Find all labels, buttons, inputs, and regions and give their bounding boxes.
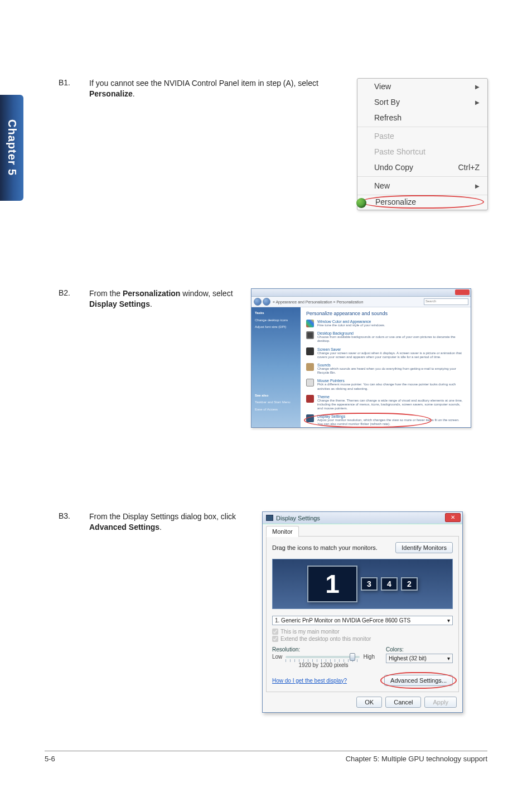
- sidebar-link-taskbar[interactable]: Taskbar and Start Menu: [255, 400, 297, 405]
- step-b2-text: From the Personalization window, select …: [89, 288, 240, 428]
- pers-item-desc: Change which sounds are heard when you d…: [317, 367, 465, 375]
- step-b3-post: .: [159, 523, 162, 532]
- ctx-paste-label: Paste: [374, 132, 394, 141]
- monitor-3[interactable]: 3: [361, 577, 378, 591]
- colors-select[interactable]: Highest (32 bit) ▾: [386, 654, 453, 663]
- ctx-view[interactable]: View ▶: [357, 79, 487, 94]
- sounds-icon: [306, 363, 314, 371]
- pers-item-title: Screen Saver: [317, 347, 465, 351]
- slider-thumb[interactable]: [350, 653, 355, 661]
- step-b1: B1. If you cannot see the NVIDIA Control…: [59, 78, 488, 210]
- pers-item-display-settings[interactable]: Display SettingsAdjust your monitor reso…: [306, 414, 465, 426]
- breadcrumb[interactable]: « Appearance and Personalization » Perso…: [273, 300, 363, 304]
- ctx-personalize-label: Personalize: [375, 197, 416, 206]
- monitor-4[interactable]: 4: [381, 577, 398, 591]
- dialog-buttons: OK Cancel Apply: [263, 692, 462, 712]
- colors-label: Colors:: [386, 646, 453, 653]
- monitor-arrangement[interactable]: 1 3 4 2: [272, 559, 453, 609]
- pers-item-desc: Change your screen saver or adjust when …: [317, 351, 465, 359]
- chapter-tab: Chapter 5: [0, 95, 23, 201]
- chevron-down-icon: ▾: [447, 617, 450, 624]
- help-link[interactable]: How do I get the best display?: [272, 678, 347, 684]
- monitor-select[interactable]: 1. Generic PnP Monitor on NVIDIA GeForce…: [272, 616, 453, 625]
- step-b1-text-post: .: [133, 89, 135, 98]
- chk-main-monitor: This is my main monitor: [272, 629, 453, 635]
- submenu-arrow-icon: ▶: [475, 99, 480, 105]
- step-b2-bold2: Display Settings: [89, 299, 150, 308]
- page-footer: 5-6 Chapter 5: Multiple GPU technology s…: [45, 751, 487, 763]
- ctx-view-label: View: [374, 82, 391, 91]
- ctx-undo-shortcut: Ctrl+Z: [458, 163, 480, 172]
- ctx-personalize[interactable]: Personalize: [361, 195, 484, 209]
- ctx-paste: Paste: [357, 128, 487, 144]
- ctx-new-label: New: [374, 181, 390, 190]
- ctx-paste-shortcut: Paste Shortcut: [357, 144, 487, 160]
- sidebar-seealso: See also: [255, 393, 297, 399]
- submenu-arrow-icon: ▶: [475, 84, 480, 90]
- pers-toolbar: « Appearance and Personalization » Perso…: [252, 297, 471, 307]
- submenu-arrow-icon: ▶: [475, 183, 480, 189]
- nav-buttons: [254, 298, 270, 306]
- pers-item-screensaver[interactable]: Screen SaverChange your screen saver or …: [306, 347, 465, 359]
- step-b3-number: B3.: [59, 511, 78, 713]
- theme-icon: [306, 395, 314, 403]
- step-b2-mid: window, select: [180, 289, 233, 298]
- identify-monitors-button[interactable]: Identify Monitors: [395, 542, 453, 553]
- display-icon: [306, 414, 314, 422]
- pers-item-title: Display Settings: [317, 414, 465, 418]
- cancel-button[interactable]: Cancel: [385, 697, 421, 708]
- step-b1-text-bold: Personalize: [89, 89, 133, 98]
- resolution-slider[interactable]: [286, 656, 360, 658]
- pers-item-window-color[interactable]: Window Color and AppearanceFine tune the…: [306, 320, 465, 327]
- pers-item-title: Sounds: [317, 363, 465, 367]
- pers-item-desktop-bg[interactable]: Desktop BackgroundChoose from available …: [306, 331, 465, 343]
- ds-title: Display Settings: [276, 515, 320, 521]
- sidebar-link-dpi[interactable]: Adjust font size (DPI): [255, 325, 297, 330]
- pers-titlebar: [252, 289, 471, 297]
- pers-item-desc: Fine tune the color and style of your wi…: [317, 323, 465, 327]
- step-b1-image: View ▶ Sort By ▶ Refresh Paste Paste Sho…: [357, 78, 488, 210]
- chk-main-label: This is my main monitor: [280, 629, 340, 635]
- highlight-circle: [380, 672, 457, 689]
- step-b3-text: From the Display Settings dialog box, cl…: [89, 511, 251, 713]
- pers-item-sounds[interactable]: SoundsChange which sounds are heard when…: [306, 363, 465, 375]
- step-b3-image: Display Settings ✕ Monitor Drag the icon…: [262, 511, 463, 713]
- pers-item-theme[interactable]: ThemeChange the theme. Themes can change…: [306, 395, 465, 411]
- display-settings-window: Display Settings ✕ Monitor Drag the icon…: [262, 511, 463, 713]
- close-icon[interactable]: ✕: [445, 513, 461, 522]
- sidebar-link-ease[interactable]: Ease of Access: [255, 407, 297, 413]
- ctx-refresh[interactable]: Refresh: [357, 110, 487, 125]
- pers-item-desc: Pick a different mouse pointer. You can …: [317, 383, 465, 390]
- pers-item-mouse[interactable]: Mouse PointersPick a different mouse poi…: [306, 379, 465, 390]
- footer-chapter-title: Chapter 5: Multiple GPU technology suppo…: [346, 755, 487, 763]
- ds-panel: Drag the icons to match your monitors. I…: [266, 536, 459, 692]
- sidebar-link-icons[interactable]: Change desktop icons: [255, 318, 297, 323]
- ctx-undo-copy[interactable]: Undo Copy Ctrl+Z: [357, 160, 487, 175]
- search-input[interactable]: Search: [424, 298, 468, 305]
- pers-main: Personalize appearance and sounds Window…: [301, 307, 471, 427]
- resolution-value: 1920 by 1200 pixels: [272, 662, 375, 668]
- personalization-window: « Appearance and Personalization » Perso…: [251, 288, 471, 428]
- tab-monitor[interactable]: Monitor: [266, 526, 299, 537]
- apply-button: Apply: [424, 697, 457, 708]
- back-icon[interactable]: [254, 298, 262, 306]
- ok-button[interactable]: OK: [356, 697, 382, 708]
- advanced-settings-button[interactable]: Advanced Settings...: [384, 675, 453, 686]
- close-icon[interactable]: [455, 289, 470, 295]
- ctx-separator: [357, 127, 487, 127]
- step-b2: B2. From the Personalization window, sel…: [59, 288, 488, 428]
- ctx-new[interactable]: New ▶: [357, 178, 487, 194]
- ctx-sort-by[interactable]: Sort By ▶: [357, 94, 487, 110]
- forward-icon[interactable]: [263, 298, 270, 306]
- chk-extend-label: Extend the desktop onto this monitor: [280, 636, 371, 642]
- monitor-2[interactable]: 2: [401, 577, 418, 591]
- step-b2-pre: From the: [89, 289, 123, 298]
- pers-main-heading: Personalize appearance and sounds: [306, 311, 465, 316]
- colors-value: Highest (32 bit): [389, 655, 427, 661]
- chk-main-monitor-box: [272, 629, 278, 635]
- monitor-1[interactable]: 1: [307, 566, 357, 602]
- personalize-icon: [356, 198, 366, 208]
- chk-extend-box: [272, 636, 278, 642]
- page-number: 5-6: [45, 755, 55, 763]
- step-b2-image: « Appearance and Personalization » Perso…: [251, 288, 471, 428]
